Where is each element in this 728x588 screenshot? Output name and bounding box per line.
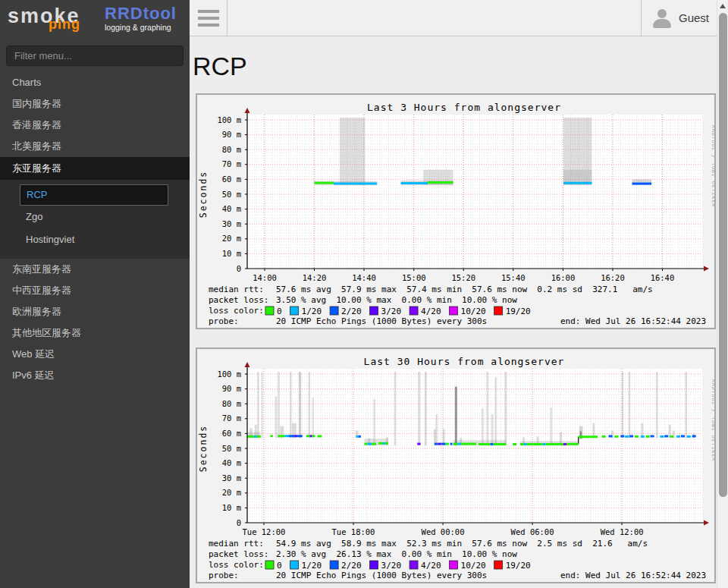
svg-text:loss color:: loss color: [209, 306, 264, 316]
svg-text:0: 0 [277, 561, 282, 571]
svg-text:4/20: 4/20 [421, 307, 441, 316]
svg-text:16:00: 16:00 [551, 273, 576, 282]
svg-text:10/20: 10/20 [461, 561, 486, 571]
svg-text:70 m: 70 m [222, 159, 241, 168]
svg-text:probe:: probe: [209, 571, 239, 580]
svg-text:median rtt:: median rtt: [209, 285, 264, 294]
svg-text:90 m: 90 m [222, 384, 241, 393]
svg-text:2/20: 2/20 [341, 307, 362, 316]
latency-graph-3h[interactable]: 010 m20 m30 m40 m50 m60 m70 m80 m90 m100… [197, 95, 714, 328]
graph-panel-30h[interactable]: 010 m20 m30 m40 m50 m60 m70 m80 m90 m100… [196, 347, 716, 583]
smokeping-logo[interactable]: smoke ping [8, 0, 97, 36]
svg-text:probe:: probe: [209, 316, 239, 326]
svg-text:loss color:: loss color: [209, 560, 264, 570]
svg-text:Tue 12:00: Tue 12:00 [243, 527, 286, 536]
svg-text:Seconds: Seconds [198, 425, 209, 472]
svg-text:Wed 06:00: Wed 06:00 [511, 527, 554, 536]
scroll-up-icon [720, 4, 726, 8]
svg-text:30 m: 30 m [222, 473, 241, 483]
sidebar-item-other-region-servers[interactable]: 其他地区服务器 [0, 322, 190, 344]
rrdtool-logo[interactable]: RRDtool logging & graphing [105, 5, 177, 32]
submenu-item-zgo[interactable]: Zgo [20, 207, 190, 228]
svg-text:1/20: 1/20 [302, 307, 322, 316]
svg-text:19/20: 19/20 [506, 561, 531, 571]
svg-text:20 m: 20 m [222, 234, 241, 243]
svg-text:50 m: 50 m [222, 190, 241, 199]
sidebar-item-southeast-asia-servers[interactable]: 东南亚服务器 [0, 259, 190, 280]
sidebar: Charts 国内服务器 香港服务器 北美服务器 东亚服务器 RCP Zgo H… [0, 36, 190, 588]
svg-text:54.9 ms avg 58.9 ms max 52.3: 54.9 ms avg 58.9 ms max 52.3 ms min 57.6… [276, 539, 648, 549]
user-icon [652, 8, 672, 28]
sidebar-item-domestic-servers[interactable]: 国内服务器 [0, 93, 190, 115]
svg-text:80 m: 80 m [222, 145, 241, 154]
sidebar-item-central-west-asia-servers[interactable]: 中西亚服务器 [0, 280, 190, 301]
svg-text:19/20: 19/20 [506, 307, 531, 316]
svg-text:15:20: 15:20 [451, 273, 475, 282]
svg-text:20 ICMP Echo Pings (1000 Bytes: 20 ICMP Echo Pings (1000 Bytes) every 30… [276, 571, 487, 580]
svg-text:end: Wed Jul 26 16:52:44 2023: end: Wed Jul 26 16:52:44 2023 [560, 571, 706, 580]
page-scrollbar [717, 0, 728, 588]
east-asia-submenu: RCP Zgo Hostingviet [0, 180, 190, 259]
svg-text:2.30 % avg 26.13 % max 0.00: 2.30 % avg 26.13 % max 0.00 % min 10.00 … [276, 549, 517, 559]
svg-text:40 m: 40 m [222, 204, 241, 213]
svg-text:RRDTOOL / TOBI OETIKER: RRDTOOL / TOBI OETIKER [711, 379, 714, 461]
sidebar-item-europe-servers[interactable]: 欧洲服务器 [0, 301, 190, 322]
sidebar-item-charts[interactable]: Charts [0, 72, 190, 93]
svg-text:packet loss:: packet loss: [209, 549, 268, 559]
svg-text:10 m: 10 m [222, 249, 241, 258]
filter-input[interactable] [6, 46, 184, 66]
sidebar-item-east-asia-servers[interactable]: 东亚服务器 [0, 157, 190, 180]
svg-text:median rtt:: median rtt: [209, 539, 264, 549]
smokeping-logo-ping: ping [49, 17, 80, 33]
sidebar-item-hongkong-servers[interactable]: 香港服务器 [0, 115, 190, 136]
svg-text:Seconds: Seconds [198, 171, 209, 218]
latency-graph-30h[interactable]: 010 m20 m30 m40 m50 m60 m70 m80 m90 m100… [197, 349, 714, 582]
svg-text:Wed 00:00: Wed 00:00 [422, 527, 465, 536]
scrollbar-thumb[interactable] [719, 13, 727, 497]
page-title: RCP [193, 52, 717, 81]
user-label: Guest [679, 11, 709, 24]
sidebar-item-north-america-servers[interactable]: 北美服务器 [0, 136, 190, 157]
svg-text:70 m: 70 m [222, 413, 241, 423]
svg-text:3/20: 3/20 [381, 307, 402, 316]
svg-text:14:20: 14:20 [303, 273, 327, 282]
submenu-item-hostingviet[interactable]: Hostingviet [20, 230, 190, 251]
svg-text:0: 0 [237, 518, 241, 527]
svg-text:30 m: 30 m [222, 219, 241, 228]
svg-text:RRDTOOL / TOBI OETIKER: RRDTOOL / TOBI OETIKER [711, 125, 714, 207]
svg-text:Tue 18:00: Tue 18:00 [332, 527, 375, 536]
rrdtool-logo-title: RRDtool [105, 5, 177, 22]
header-toolbar: Guest [228, 0, 728, 36]
svg-text:14:40: 14:40 [352, 273, 376, 282]
svg-text:Last 3 Hours from alongserver: Last 3 Hours from alongserver [367, 102, 561, 113]
svg-text:3.50 % avg 10.00 % max 0.00: 3.50 % avg 10.00 % max 0.00 % min 10.00 … [276, 295, 517, 305]
svg-text:2/20: 2/20 [341, 561, 362, 571]
sidebar-item-web-latency[interactable]: Web 延迟 [0, 344, 190, 365]
svg-text:100 m: 100 m [217, 369, 241, 379]
user-menu[interactable]: Guest [641, 0, 717, 36]
svg-text:14:00: 14:00 [253, 273, 277, 282]
scroll-up-button[interactable] [717, 0, 728, 11]
svg-text:20 m: 20 m [222, 488, 241, 497]
svg-text:60 m: 60 m [222, 429, 241, 438]
svg-text:16:40: 16:40 [651, 273, 675, 282]
svg-text:80 m: 80 m [222, 399, 241, 408]
sidebar-item-ipv6-latency[interactable]: IPv6 延迟 [0, 365, 190, 386]
svg-text:16:20: 16:20 [601, 273, 625, 282]
svg-text:100 m: 100 m [217, 115, 241, 124]
top-header: smoke ping RRDtool logging & graphing Gu… [0, 0, 728, 36]
svg-text:Last 30 Hours from alongserver: Last 30 Hours from alongserver [364, 356, 565, 367]
svg-text:10 m: 10 m [222, 503, 241, 512]
main-content: RCP 010 m20 m30 m40 m50 m60 m70 m80 m90 … [190, 36, 717, 588]
menu-toggle-button[interactable] [190, 0, 228, 36]
graph-panel-3h[interactable]: 010 m20 m30 m40 m50 m60 m70 m80 m90 m100… [196, 93, 716, 329]
svg-text:40 m: 40 m [222, 458, 241, 467]
svg-text:10/20: 10/20 [461, 307, 486, 316]
svg-text:Wed 12:00: Wed 12:00 [601, 527, 644, 536]
submenu-item-rcp[interactable]: RCP [20, 184, 168, 206]
svg-text:0: 0 [237, 264, 241, 273]
svg-text:20 ICMP Echo Pings (1000 Bytes: 20 ICMP Echo Pings (1000 Bytes) every 30… [276, 316, 487, 326]
svg-text:15:00: 15:00 [402, 273, 426, 282]
svg-text:0: 0 [277, 307, 282, 316]
logo-block: smoke ping RRDtool logging & graphing [0, 0, 190, 36]
